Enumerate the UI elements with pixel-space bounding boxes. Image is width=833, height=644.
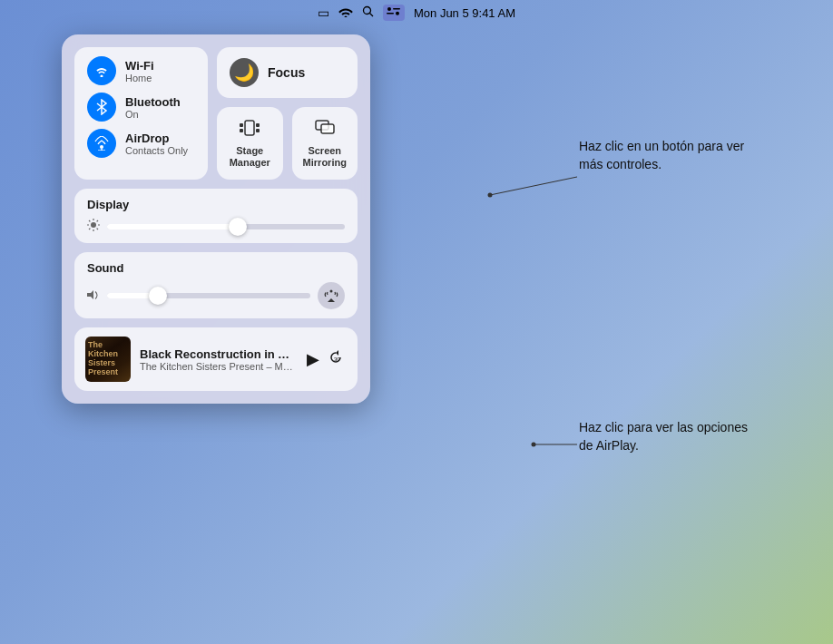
airdrop-name: AirDrop [125,132,188,145]
track-info: Black Reconstruction in America... The K… [140,347,298,372]
svg-rect-14 [256,123,260,127]
stage-manager-panel[interactable]: StageManager [217,107,283,180]
svg-point-8 [100,145,103,149]
stage-manager-icon [240,118,260,141]
display-section: Display [74,189,358,243]
bottom-right-panels: StageManager ScreenMirroring [217,107,358,180]
screen-mirroring-label: ScreenMirroring [303,145,347,169]
svg-line-1 [369,14,373,17]
volume-thumb[interactable] [149,287,167,305]
svg-rect-4 [387,13,394,15]
datetime-display: Mon Jun 5 9:41 AM [414,6,515,20]
wifi-menubar-icon [338,5,353,20]
volume-row [87,282,345,309]
play-button[interactable]: ▶ [307,349,319,369]
bluetooth-name: Bluetooth [125,95,181,109]
album-art: TheKitchenSistersPresent [85,337,131,382]
svg-rect-17 [321,124,334,133]
display-label: Display [87,198,345,211]
svg-text:30: 30 [334,356,340,362]
brightness-icon [87,219,100,234]
svg-point-31 [488,193,493,198]
right-panels: 🌙 Focus StageManager [217,47,358,180]
bluetooth-sub: On [125,109,181,120]
airdrop-sub: Contacts Only [125,145,188,156]
search-menubar-icon[interactable] [362,5,374,20]
svg-line-24 [97,229,98,229]
focus-icon: 🌙 [230,58,259,87]
bluetooth-icon [87,93,116,122]
svg-point-0 [363,7,370,15]
focus-panel[interactable]: 🌙 Focus [217,47,358,98]
sound-section: Sound [74,252,358,318]
volume-icon [87,288,100,303]
svg-point-5 [396,12,399,15]
svg-line-25 [97,220,98,221]
svg-rect-11 [245,121,254,135]
svg-point-33 [532,443,536,447]
svg-line-26 [89,229,90,229]
playback-controls: ▶ 30 [307,348,347,371]
top-section: Wi-Fi Home Bluetooth On [74,47,358,180]
bluetooth-item[interactable]: Bluetooth On [87,93,195,122]
screen-mirroring-icon [315,118,335,141]
svg-rect-12 [240,123,243,127]
skip-30-button[interactable]: 30 [327,348,347,371]
svg-rect-13 [240,129,243,132]
svg-point-18 [91,222,96,228]
svg-point-2 [387,7,391,11]
airdrop-item[interactable]: AirDrop Contacts Only [87,129,195,158]
stage-manager-label: StageManager [230,145,270,169]
svg-rect-15 [256,129,260,132]
svg-line-23 [89,220,90,221]
network-panel: Wi-Fi Home Bluetooth On [74,47,208,180]
wifi-icon [87,56,116,85]
battery-icon: ▭ [318,5,329,20]
track-subtitle: The Kitchen Sisters Present – March 7, 2… [140,361,298,372]
svg-point-28 [330,290,333,293]
screen-mirroring-panel[interactable]: ScreenMirroring [292,107,358,180]
svg-line-30 [490,177,577,195]
brightness-row [87,219,345,234]
volume-slider[interactable] [107,293,310,298]
airdrop-icon [87,129,116,158]
control-center: Wi-Fi Home Bluetooth On [62,34,370,404]
track-title: Black Reconstruction in America... [140,347,298,361]
now-playing-section: TheKitchenSistersPresent Black Reconstru… [74,327,358,391]
menubar: ▭ Mon Jun 5 9:41 AM [0,0,833,25]
callout-top: Haz clic en un botón para ver más contro… [579,138,751,173]
airplay-button[interactable] [318,282,345,309]
sound-label: Sound [87,261,345,275]
wifi-item[interactable]: Wi-Fi Home [87,56,195,85]
brightness-slider[interactable] [107,224,345,229]
svg-rect-3 [393,8,400,10]
wifi-sub: Home [125,73,154,83]
control-center-menubar-icon[interactable] [383,5,405,21]
callout-bottom: Haz clic para ver las opciones de AirPla… [579,419,751,454]
brightness-thumb[interactable] [229,218,247,236]
focus-label: Focus [268,65,305,80]
svg-marker-27 [87,290,93,299]
wifi-name: Wi-Fi [125,59,154,73]
